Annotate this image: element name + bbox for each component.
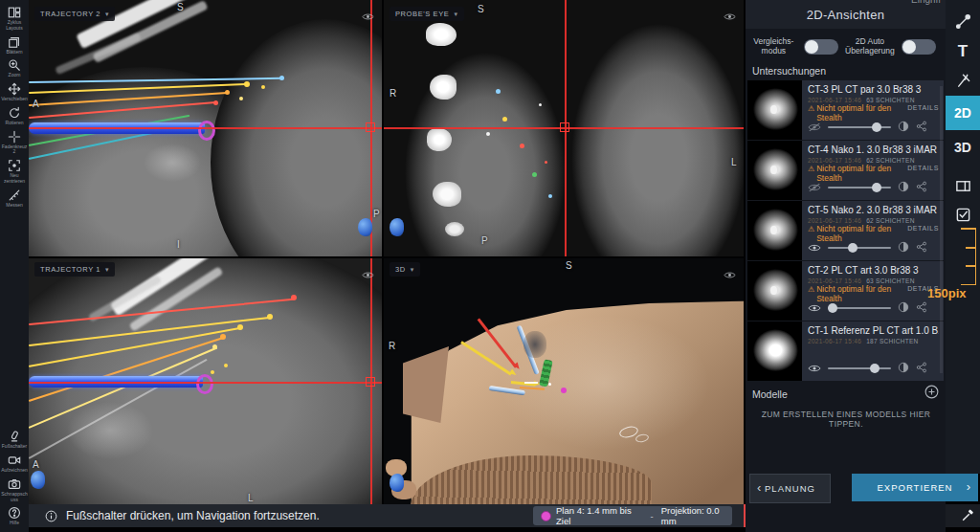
view-selector-dropdown[interactable]: TRAJECTORY 2 ▾ [34,7,115,21]
orientation-label: I [177,239,180,250]
probe-icon [961,509,974,522]
toolbar-item-neu-zentrieren[interactable]: Neu zentrieren [0,159,29,185]
ct-thumbnail [747,261,802,321]
orientation-label: A [33,459,39,470]
exam-row[interactable]: CT-3 PL CT par 3.0 Br38 3 2021-06-17 15:… [747,80,944,140]
compare-mode-label: Vergleichs- modus [749,37,798,56]
visibility-toggle-icon[interactable] [808,179,821,196]
visibility-toggle-icon[interactable] [808,119,821,136]
contrast-icon[interactable] [898,299,909,317]
panel-title: 2D-Ansichten [807,8,885,22]
toolbar-item-blaettern[interactable]: Blättern [0,35,29,55]
layout-split-button[interactable] [946,178,980,194]
toolbar-item-verschieben[interactable]: Verschieben [0,82,29,102]
exam-row[interactable]: CT-4 Nako 1. 3.0 Br38 3 iMAR 2021-06-17 … [747,141,944,200]
opacity-slider[interactable] [828,122,891,132]
view-probes-eye: PROBE'S EYE ▾ S R L P [384,0,744,256]
text-tool-button[interactable]: T [946,42,980,61]
visibility-toggle-icon[interactable] [808,360,821,377]
trajectory-tool-button[interactable] [946,13,980,30]
view-selector-dropdown[interactable]: PROBE'S EYE ▾ [390,7,464,21]
opacity-slider[interactable] [828,364,891,373]
orientation-label: L [248,493,254,503]
patient-head-icon [358,218,372,236]
exam-row[interactable]: CT-2 PL CT art 3.0 Br38 3 2021-06-17 15:… [747,261,944,321]
rotate-icon [8,106,21,120]
view-3d-model: 3D ▾ S R [384,258,744,504]
toolbar-item-fussschalter[interactable]: Fußschalter [0,430,29,450]
orientation-label: P [373,209,380,219]
add-model-button[interactable] [924,385,939,403]
toolbar-item-zyklus-layouts[interactable]: Zyklus Layouts [0,6,29,32]
panel-scrollbar[interactable] [940,86,943,373]
pointer-tool-button[interactable] [946,73,980,89]
view-visibility-icon[interactable] [362,8,374,25]
toolbar-item-rotieren[interactable]: Rotieren [0,106,29,126]
plan-status-chip: Plan 4: 1.4 mm bis Ziel - Projektion: 0.… [533,506,732,525]
camera-icon [8,477,21,491]
view-selector-dropdown[interactable]: TRAJECTORY 1 ▾ [34,262,115,277]
help-icon [8,506,21,520]
contrast-icon[interactable] [898,360,909,377]
crosshair-marker [366,122,375,132]
view-visibility-icon[interactable] [362,266,374,283]
blend-settings-icon[interactable] [916,299,927,317]
crosshair-marker [366,377,375,387]
auto-overlay-toggle[interactable] [902,39,936,55]
ct-thumbnail [747,141,802,200]
patient-head-icon [390,474,404,492]
opacity-slider[interactable] [828,303,891,313]
blend-settings-icon[interactable] [916,119,927,136]
crosshair-horizontal [29,382,382,384]
contrast-icon[interactable] [898,239,909,256]
opacity-slider[interactable] [828,183,891,192]
models-section-title: Modelle [752,388,788,400]
toolbar-item-fadenkreuz[interactable]: Fadenkreuz 2 [0,130,29,156]
blend-settings-icon[interactable] [916,360,927,377]
blend-settings-icon[interactable] [916,239,927,256]
opacity-slider[interactable] [828,243,891,253]
annotation-label: 150pix [927,286,966,300]
contrast-icon[interactable] [898,119,909,136]
blend-settings-icon[interactable] [916,179,927,196]
models-hint-text[interactable]: ZUM ERSTELLEN EINES MODELLS HIER TIPPEN. [755,410,937,429]
export-button[interactable]: EXPORTIEREN › [852,474,978,501]
probe-tip-ring [196,374,213,394]
orientation-label: R [389,341,395,351]
exam-row[interactable]: CT-1 Referenz PL CT art 1.0 B... 2021-06… [747,321,944,381]
visibility-toggle-icon[interactable] [808,239,821,256]
tab-2d[interactable]: 2D [946,96,980,130]
toolbar-item-hilfe[interactable]: Hilfe [0,506,29,526]
toolbar-item-messen[interactable]: Messen [0,188,29,209]
contrast-icon[interactable] [898,179,909,196]
exam-row[interactable]: CT-5 Nako 2. 3.0 Br38 3 iMAR 2021-06-17 … [747,201,944,260]
tab-3d[interactable]: 3D [946,140,980,155]
exam-list: CT-3 PL CT par 3.0 Br38 3 2021-06-17 15:… [747,80,944,382]
crosshair-icon [8,130,21,144]
measure-icon [8,188,21,202]
chevron-down-icon: ▾ [411,266,414,274]
orientation-label: R [390,88,396,99]
patient-head-icon [390,218,404,236]
orientation-label: S [478,4,484,14]
projection-value: Projektion: 0.0 mm [661,505,732,526]
compare-mode-toggle[interactable] [804,39,838,55]
toolbar-item-aufzeichnen[interactable]: Aufzeichnen [0,454,29,474]
chevron-right-icon: › [967,479,971,494]
navigation-app: Zyklus Layouts Blättern Zoom Verschieben… [0,0,980,532]
recenter-icon [8,159,21,172]
view-trajectory-2: TRAJECTORY 2 ▾ S A P I [29,0,382,256]
chevron-down-icon: ▾ [454,11,457,18]
visibility-toggle-icon[interactable] [808,299,821,317]
pages-icon [8,35,21,49]
status-message: Fußschalter drücken, um Navigation fortz… [66,509,320,522]
toolbar-item-schnappschuss[interactable]: Schnappschuss [0,477,29,503]
view-visibility-icon[interactable] [724,266,736,283]
crosshair-horizontal [29,127,382,129]
checkbox-tool-button[interactable] [946,207,980,223]
view-visibility-icon[interactable] [724,8,736,25]
view-selector-dropdown[interactable]: 3D ▾ [390,262,420,277]
auto-overlay-label: 2D Auto Überlagerung [844,37,896,56]
planning-button[interactable]: ‹ PLANUNG [749,474,831,503]
toolbar-item-zoom[interactable]: Zoom [0,58,29,78]
